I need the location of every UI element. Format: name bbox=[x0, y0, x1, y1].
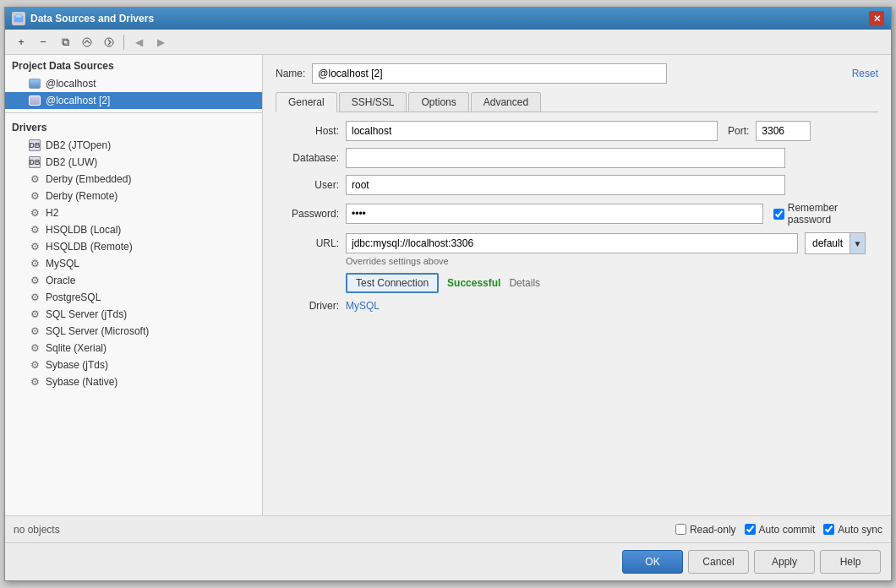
port-label: Port: bbox=[728, 125, 749, 137]
url-dropdown[interactable]: default ▼ bbox=[805, 232, 866, 254]
autocommit-label: Auto commit bbox=[759, 524, 816, 536]
driver-derby-embedded[interactable]: ⚙ Derby (Embedded) bbox=[5, 171, 262, 188]
action-buttons: OK Cancel Apply Help bbox=[5, 542, 891, 580]
driver-db2-luw[interactable]: DB DB2 (LUW) bbox=[5, 154, 262, 171]
test-connection-row: Test Connection Successful Details bbox=[346, 273, 878, 293]
driver-icon: ⚙ bbox=[29, 325, 41, 337]
right-panel: Name: Reset General SSH/SSL Options Adva… bbox=[263, 55, 891, 515]
readonly-checkbox-row: Read-only bbox=[675, 524, 736, 536]
user-input[interactable] bbox=[346, 175, 785, 195]
url-input[interactable] bbox=[346, 233, 798, 253]
sidebar-item-localhost[interactable]: @localhost bbox=[5, 75, 262, 92]
driver-icon: ⚙ bbox=[29, 258, 41, 270]
driver-label: SQL Server (jTds) bbox=[46, 308, 127, 320]
test-connection-button[interactable]: Test Connection bbox=[346, 273, 439, 293]
host-label: Host: bbox=[276, 125, 339, 137]
tab-general[interactable]: General bbox=[276, 92, 337, 112]
test-details-link[interactable]: Details bbox=[509, 277, 540, 289]
svg-point-1 bbox=[15, 14, 22, 18]
tab-advanced[interactable]: Advanced bbox=[471, 92, 541, 112]
reset-link[interactable]: Reset bbox=[852, 68, 878, 79]
autocommit-checkbox[interactable] bbox=[745, 524, 756, 535]
copy-button[interactable]: ⧉ bbox=[56, 33, 74, 52]
ok-button[interactable]: OK bbox=[622, 550, 683, 574]
driver-value[interactable]: MySQL bbox=[346, 300, 380, 312]
password-input[interactable] bbox=[346, 204, 763, 224]
tabs: General SSH/SSL Options Advanced bbox=[276, 92, 878, 112]
add-button[interactable]: + bbox=[12, 33, 30, 52]
driver-icon: ⚙ bbox=[29, 224, 41, 236]
name-input[interactable] bbox=[312, 63, 667, 84]
host-input[interactable] bbox=[346, 121, 718, 141]
driver-label: HSQLDB (Local) bbox=[46, 224, 121, 236]
name-row: Name: Reset bbox=[276, 63, 878, 84]
driver-hsqldb-local[interactable]: ⚙ HSQLDB (Local) bbox=[5, 221, 262, 238]
url-dropdown-arrow[interactable]: ▼ bbox=[850, 233, 865, 253]
tab-options[interactable]: Options bbox=[408, 92, 468, 112]
toolbar-separator bbox=[123, 35, 124, 50]
autosync-checkbox[interactable] bbox=[823, 524, 834, 535]
driver-label: Derby (Remote) bbox=[46, 190, 117, 202]
autosync-checkbox-row: Auto sync bbox=[823, 524, 882, 536]
readonly-checkbox[interactable] bbox=[675, 524, 686, 535]
tab-ssh-ssl[interactable]: SSH/SSL bbox=[339, 92, 407, 112]
driver-derby-remote[interactable]: ⚙ Derby (Remote) bbox=[5, 188, 262, 204]
database-input[interactable] bbox=[346, 148, 785, 168]
user-label: User: bbox=[276, 179, 339, 191]
driver-icon: ⚙ bbox=[29, 359, 41, 371]
test-success-text: Successful bbox=[447, 277, 500, 289]
driver-postgresql[interactable]: ⚙ PostgreSQL bbox=[5, 289, 262, 306]
driver-label: MySQL bbox=[46, 258, 79, 270]
driver-label: PostgreSQL bbox=[46, 291, 101, 303]
cancel-button[interactable]: Cancel bbox=[688, 550, 749, 574]
move-up-icon bbox=[82, 37, 92, 47]
window-title: Data Sources and Drivers bbox=[30, 13, 154, 24]
driver-h2[interactable]: ⚙ H2 bbox=[5, 204, 262, 221]
toolbar: + − ⧉ ◀ ▶ bbox=[5, 30, 891, 55]
autosync-label: Auto sync bbox=[838, 524, 882, 536]
close-button[interactable]: ✕ bbox=[869, 11, 884, 26]
driver-icon: DB bbox=[29, 139, 41, 151]
readonly-label: Read-only bbox=[690, 524, 736, 536]
driver-label: Derby (Embedded) bbox=[46, 173, 131, 185]
remove-button[interactable]: − bbox=[34, 33, 52, 52]
driver-mysql[interactable]: ⚙ MySQL bbox=[5, 255, 262, 272]
remember-password-checkbox-row: Remember password bbox=[773, 202, 878, 226]
main-content: Project Data Sources @localhost @localho… bbox=[5, 55, 891, 515]
url-row: URL: default ▼ bbox=[276, 232, 878, 254]
drivers-list: DB DB2 (JTOpen) DB DB2 (LUW) ⚙ Derby (Em… bbox=[5, 137, 262, 515]
driver-sqlite[interactable]: ⚙ Sqlite (Xerial) bbox=[5, 340, 262, 357]
apply-button[interactable]: Apply bbox=[754, 550, 815, 574]
sidebar-item-label: @localhost bbox=[46, 78, 96, 90]
name-label: Name: bbox=[276, 68, 305, 79]
password-row: Password: Remember password bbox=[276, 202, 878, 226]
driver-sqlserver-ms[interactable]: ⚙ SQL Server (Microsoft) bbox=[5, 323, 262, 340]
driver-sqlserver-jtds[interactable]: ⚙ SQL Server (jTds) bbox=[5, 306, 262, 323]
database-row: Database: bbox=[276, 148, 878, 168]
move-up-button[interactable] bbox=[78, 33, 96, 52]
driver-icon: ⚙ bbox=[29, 342, 41, 354]
driver-label: Oracle bbox=[46, 275, 75, 286]
password-label: Password: bbox=[276, 208, 339, 220]
title-bar-left: Data Sources and Drivers bbox=[12, 12, 154, 25]
move-right-button[interactable] bbox=[100, 33, 118, 52]
help-button[interactable]: Help bbox=[820, 550, 881, 574]
override-hint: Overrides settings above bbox=[346, 256, 878, 266]
nav-back-button[interactable]: ◀ bbox=[129, 33, 148, 52]
nav-fwd-button[interactable]: ▶ bbox=[151, 33, 170, 52]
port-input[interactable] bbox=[756, 121, 811, 141]
sidebar-item-localhost2[interactable]: @localhost [2] bbox=[5, 92, 262, 109]
svg-point-3 bbox=[105, 38, 113, 46]
bottom-bar: no objects Read-only Auto commit Auto sy… bbox=[5, 515, 891, 542]
bottom-options: Read-only Auto commit Auto sync bbox=[675, 524, 882, 536]
driver-db2-jtopen[interactable]: DB DB2 (JTOpen) bbox=[5, 137, 262, 154]
driver-oracle[interactable]: ⚙ Oracle bbox=[5, 272, 262, 289]
driver-sybase-jtds[interactable]: ⚙ Sybase (jTds) bbox=[5, 357, 262, 373]
title-bar: Data Sources and Drivers ✕ bbox=[5, 8, 891, 30]
remember-password-checkbox[interactable] bbox=[773, 209, 784, 220]
driver-hsqldb-remote[interactable]: ⚙ HSQLDB (Remote) bbox=[5, 238, 262, 255]
driver-sybase-native[interactable]: ⚙ Sybase (Native) bbox=[5, 373, 262, 390]
remember-password-label: Remember password bbox=[788, 202, 878, 226]
status-text: no objects bbox=[14, 524, 60, 536]
drivers-header: Drivers bbox=[5, 117, 262, 137]
